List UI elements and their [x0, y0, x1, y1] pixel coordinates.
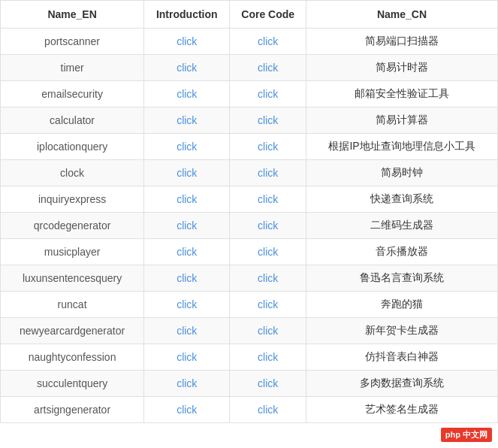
core-code-link[interactable]: click	[258, 404, 278, 416]
cell-name-en: newyearcardgenerator	[1, 318, 144, 344]
cell-core-code[interactable]: click	[230, 239, 306, 265]
core-code-link[interactable]: click	[258, 246, 278, 258]
cell-name-en: succulentquery	[1, 371, 144, 397]
core-code-link[interactable]: click	[258, 141, 278, 153]
cell-introduction[interactable]: click	[144, 29, 230, 55]
cell-introduction[interactable]: click	[144, 186, 230, 213]
cell-introduction[interactable]: click	[144, 239, 230, 265]
cell-name-cn: 简易端口扫描器	[306, 29, 498, 55]
cell-introduction[interactable]: click	[144, 55, 230, 81]
cell-core-code[interactable]: click	[230, 213, 306, 239]
table-row: qrcodegeneratorclickclick二维码生成器	[1, 213, 498, 239]
introduction-link[interactable]: click	[177, 167, 197, 179]
introduction-link[interactable]: click	[177, 35, 197, 47]
cell-name-en: qrcodegenerator	[1, 213, 144, 239]
table-row: succulentqueryclickclick多肉数据查询系统	[1, 371, 498, 397]
header-core-code: Core Code	[230, 1, 306, 29]
cell-core-code[interactable]: click	[230, 292, 306, 318]
cell-core-code[interactable]: click	[230, 344, 306, 371]
cell-introduction[interactable]: click	[144, 134, 230, 160]
introduction-link[interactable]: click	[177, 377, 197, 389]
introduction-link[interactable]: click	[177, 298, 197, 310]
cell-introduction[interactable]: click	[144, 81, 230, 107]
cell-core-code[interactable]: click	[230, 397, 306, 423]
table-row: timerclickclick简易计时器	[1, 55, 498, 81]
cell-introduction[interactable]: click	[144, 107, 230, 134]
table-row: portscannerclickclick简易端口扫描器	[1, 29, 498, 55]
cell-name-en: musicplayer	[1, 239, 144, 265]
core-code-link[interactable]: click	[258, 167, 278, 179]
cell-name-en: calculator	[1, 107, 144, 134]
introduction-link[interactable]: click	[177, 351, 197, 363]
cell-core-code[interactable]: click	[230, 371, 306, 397]
core-code-link[interactable]: click	[258, 351, 278, 363]
cell-introduction[interactable]: click	[144, 318, 230, 344]
cell-name-cn: 简易计算器	[306, 107, 498, 134]
cell-core-code[interactable]: click	[230, 107, 306, 134]
table-row: clockclickclick简易时钟	[1, 160, 498, 186]
cell-introduction[interactable]: click	[144, 397, 230, 423]
table-row: calculatorclickclick简易计算器	[1, 107, 498, 134]
cell-name-cn: 奔跑的猫	[306, 292, 498, 318]
core-code-link[interactable]: click	[258, 114, 278, 126]
cell-core-code[interactable]: click	[230, 55, 306, 81]
core-code-link[interactable]: click	[258, 377, 278, 389]
cell-name-en: portscanner	[1, 29, 144, 55]
cell-name-cn: 多肉数据查询系统	[306, 371, 498, 397]
table-row: artsigngeneratorclickclick艺术签名生成器	[1, 397, 498, 423]
table-row: musicplayerclickclick音乐播放器	[1, 239, 498, 265]
core-code-link[interactable]: click	[258, 325, 278, 337]
table-row: inquiryexpressclickclick快递查询系统	[1, 186, 498, 213]
cell-core-code[interactable]: click	[230, 160, 306, 186]
core-code-link[interactable]: click	[258, 298, 278, 310]
core-code-link[interactable]: click	[258, 62, 278, 74]
cell-introduction[interactable]: click	[144, 213, 230, 239]
header-name-en: Name_EN	[1, 1, 144, 29]
cell-name-cn: 邮箱安全性验证工具	[306, 81, 498, 107]
cell-name-cn: 音乐播放器	[306, 239, 498, 265]
introduction-link[interactable]: click	[177, 62, 197, 74]
introduction-link[interactable]: click	[177, 219, 197, 232]
cell-core-code[interactable]: click	[230, 29, 306, 55]
introduction-link[interactable]: click	[177, 325, 197, 337]
cell-name-en: naughtyconfession	[1, 344, 144, 371]
core-code-link[interactable]: click	[258, 35, 278, 47]
introduction-link[interactable]: click	[177, 114, 197, 126]
cell-core-code[interactable]: click	[230, 265, 306, 292]
core-code-link[interactable]: click	[258, 272, 278, 284]
introduction-link[interactable]: click	[177, 404, 197, 416]
cell-name-cn: 简易时钟	[306, 160, 498, 186]
cell-name-cn: 新年贺卡生成器	[306, 318, 498, 344]
cell-name-en: luxunsentencesquery	[1, 265, 144, 292]
introduction-link[interactable]: click	[177, 193, 197, 205]
cell-name-en: artsigngenerator	[1, 397, 144, 423]
cell-name-en: runcat	[1, 292, 144, 318]
core-code-link[interactable]: click	[258, 219, 278, 232]
cell-name-en: timer	[1, 55, 144, 81]
cell-name-cn: 艺术签名生成器	[306, 397, 498, 423]
header-name-cn: Name_CN	[306, 1, 498, 29]
introduction-link[interactable]: click	[177, 272, 197, 284]
cell-introduction[interactable]: click	[144, 344, 230, 371]
cell-core-code[interactable]: click	[230, 81, 306, 107]
cell-introduction[interactable]: click	[144, 265, 230, 292]
introduction-link[interactable]: click	[177, 246, 197, 258]
introduction-link[interactable]: click	[177, 141, 197, 153]
core-code-link[interactable]: click	[258, 88, 278, 100]
cell-introduction[interactable]: click	[144, 160, 230, 186]
cell-name-cn: 简易计时器	[306, 55, 498, 81]
table-row: runcatclickclick奔跑的猫	[1, 292, 498, 318]
cell-name-cn: 鲁迅名言查询系统	[306, 265, 498, 292]
cell-name-cn: 二维码生成器	[306, 213, 498, 239]
core-code-link[interactable]: click	[258, 193, 278, 205]
data-table: Name_EN Introduction Core Code Name_CN p…	[0, 0, 498, 423]
cell-core-code[interactable]: click	[230, 318, 306, 344]
cell-core-code[interactable]: click	[230, 134, 306, 160]
cell-introduction[interactable]: click	[144, 371, 230, 397]
table-row: naughtyconfessionclickclick仿抖音表白神器	[1, 344, 498, 371]
cell-name-cn: 快递查询系统	[306, 186, 498, 213]
cell-core-code[interactable]: click	[230, 186, 306, 213]
introduction-link[interactable]: click	[177, 88, 197, 100]
cell-name-en: clock	[1, 160, 144, 186]
cell-introduction[interactable]: click	[144, 292, 230, 318]
